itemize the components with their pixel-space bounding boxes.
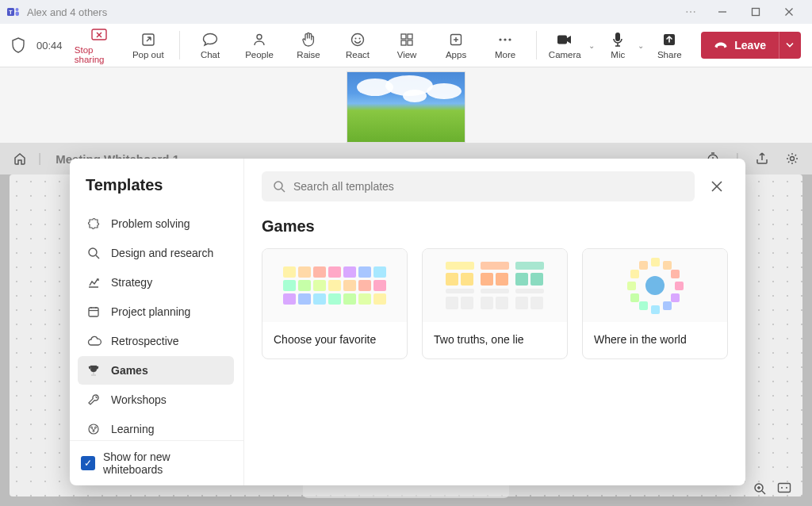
category-retrospective[interactable]: Retrospective bbox=[78, 327, 234, 355]
search-icon bbox=[87, 247, 102, 259]
home-icon[interactable] bbox=[13, 151, 27, 166]
view-icon bbox=[400, 32, 414, 48]
svg-rect-2 bbox=[16, 12, 20, 17]
templates-sidebar: Templates Problem solvingDesign and rese… bbox=[70, 159, 244, 485]
category-games[interactable]: Games bbox=[78, 356, 234, 385]
fit-view-icon[interactable] bbox=[777, 482, 791, 495]
wrench-icon bbox=[87, 393, 102, 406]
apps-label: Apps bbox=[446, 50, 466, 59]
mic-button[interactable]: Mic bbox=[599, 32, 636, 59]
svg-point-25 bbox=[508, 38, 511, 40]
more-label: More bbox=[495, 50, 515, 59]
category-project-planning[interactable]: Project planning bbox=[78, 297, 234, 326]
category-design-and-research[interactable]: Design and research bbox=[78, 239, 234, 267]
show-new-checkbox[interactable]: ✓ bbox=[81, 456, 95, 470]
people-label: People bbox=[245, 50, 274, 59]
svg-line-49 bbox=[282, 189, 285, 192]
camera-icon bbox=[557, 32, 573, 48]
template-preview bbox=[423, 249, 567, 322]
templates-modal: Templates Problem solvingDesign and rese… bbox=[70, 159, 745, 485]
window-controls bbox=[706, 1, 806, 23]
category-strategy[interactable]: Strategy bbox=[78, 268, 234, 297]
svg-point-13 bbox=[352, 33, 364, 45]
svg-point-44 bbox=[89, 424, 98, 434]
template-card-two-truths-one-lie[interactable]: Two truths, one lie bbox=[422, 248, 568, 359]
mic-label: Mic bbox=[611, 50, 625, 59]
apps-button[interactable]: Apps bbox=[431, 32, 481, 59]
category-workshops[interactable]: Workshops bbox=[78, 385, 234, 414]
svg-point-48 bbox=[274, 182, 282, 190]
chat-icon bbox=[202, 32, 218, 48]
templates-heading: Templates bbox=[70, 159, 243, 205]
category-label: Problem solving bbox=[111, 217, 190, 230]
react-icon bbox=[350, 32, 365, 48]
svg-point-14 bbox=[355, 37, 357, 39]
category-problem-solving[interactable]: Problem solving bbox=[78, 209, 234, 238]
share-button[interactable]: Share bbox=[649, 32, 690, 59]
template-preview bbox=[583, 249, 727, 322]
svg-rect-5 bbox=[753, 9, 760, 16]
view-button[interactable]: View bbox=[382, 32, 431, 59]
templates-main: Games Choose your favoriteTwo truths, on… bbox=[244, 159, 745, 485]
template-preview bbox=[262, 249, 407, 322]
template-card-title: Where in the world bbox=[583, 322, 727, 358]
template-card-title: Two truths, one lie bbox=[423, 322, 567, 358]
share-icon bbox=[662, 32, 676, 48]
show-new-label: Show for new whiteboards bbox=[103, 450, 232, 476]
category-label: Learning bbox=[111, 423, 155, 435]
pop-out-button[interactable]: Pop out bbox=[124, 32, 173, 59]
chat-button[interactable]: Chat bbox=[186, 32, 235, 59]
puzzle-icon bbox=[87, 217, 102, 230]
svg-point-23 bbox=[499, 38, 501, 40]
templates-search-input[interactable] bbox=[293, 180, 684, 193]
templates-search-field[interactable] bbox=[262, 171, 695, 201]
share-preview-thumbnail[interactable] bbox=[347, 71, 465, 143]
camera-label: Camera bbox=[549, 50, 581, 59]
maximize-button[interactable] bbox=[739, 1, 772, 23]
settings-icon[interactable] bbox=[785, 151, 799, 166]
template-card-choose-your-favorite[interactable]: Choose your favorite bbox=[262, 248, 408, 359]
stop-sharing-button[interactable]: Stop sharing bbox=[75, 27, 124, 64]
svg-line-39 bbox=[96, 255, 99, 259]
camera-button[interactable]: Camera bbox=[542, 32, 587, 59]
category-label: Design and research bbox=[111, 247, 213, 259]
camera-chevron-icon[interactable]: ⌄ bbox=[588, 41, 595, 50]
svg-point-45 bbox=[91, 427, 93, 428]
show-new-whiteboards-row[interactable]: ✓ Show for new whiteboards bbox=[70, 440, 243, 485]
svg-rect-18 bbox=[401, 40, 406, 45]
privacy-shield-icon[interactable] bbox=[11, 37, 25, 53]
category-label: Games bbox=[111, 364, 148, 377]
leave-dropdown-button[interactable] bbox=[779, 32, 801, 59]
react-button[interactable]: React bbox=[333, 32, 382, 59]
category-learning[interactable]: Learning bbox=[78, 415, 234, 440]
svg-rect-16 bbox=[401, 34, 406, 39]
whiteboard-zoom-controls bbox=[753, 482, 791, 495]
cloud-icon bbox=[87, 335, 102, 347]
close-button[interactable] bbox=[772, 1, 806, 23]
templates-category-list[interactable]: Problem solvingDesign and researchStrate… bbox=[70, 205, 243, 440]
titlebar-more-icon[interactable]: ⋯ bbox=[677, 6, 706, 18]
stop-sharing-label: Stop sharing bbox=[75, 45, 124, 64]
trophy-icon bbox=[87, 364, 102, 377]
hangup-icon bbox=[714, 40, 728, 50]
chart-icon bbox=[87, 276, 102, 289]
people-button[interactable]: People bbox=[235, 32, 284, 59]
templates-section-title: Games bbox=[262, 217, 728, 236]
zoom-icon[interactable] bbox=[753, 482, 766, 495]
leave-button[interactable]: Leave bbox=[701, 32, 779, 59]
share-whiteboard-icon[interactable] bbox=[755, 151, 769, 166]
mic-chevron-icon[interactable]: ⌄ bbox=[638, 41, 644, 50]
templates-close-button[interactable] bbox=[706, 175, 728, 197]
svg-point-30 bbox=[791, 157, 795, 161]
svg-point-1 bbox=[16, 8, 19, 11]
more-button[interactable]: More bbox=[481, 32, 530, 59]
svg-rect-27 bbox=[615, 33, 620, 41]
minimize-button[interactable] bbox=[706, 1, 739, 23]
template-card-where-in-the-world[interactable]: Where in the world bbox=[582, 248, 728, 359]
raise-hand-button[interactable]: Raise bbox=[284, 32, 333, 59]
brain-icon bbox=[87, 423, 102, 435]
svg-rect-19 bbox=[408, 40, 412, 45]
chevron-down-icon bbox=[786, 42, 794, 48]
svg-rect-40 bbox=[89, 308, 98, 316]
svg-line-32 bbox=[762, 491, 765, 494]
